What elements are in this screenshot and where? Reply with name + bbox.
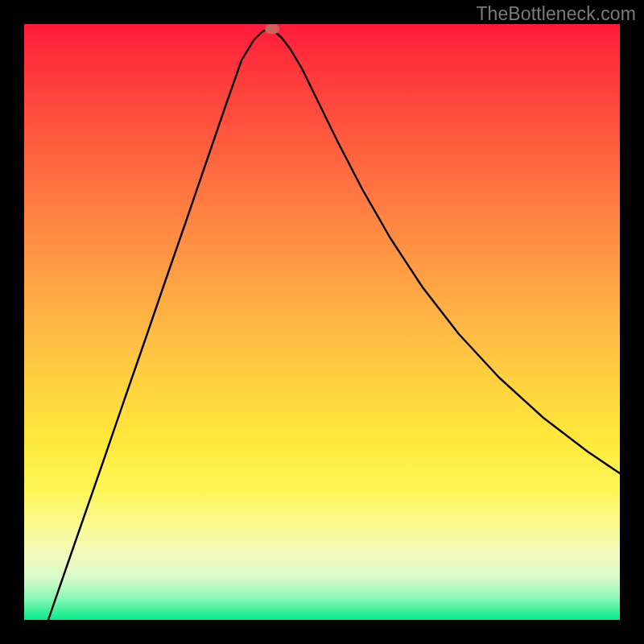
chart-frame: TheBottleneck.com bbox=[0, 0, 644, 644]
minimum-marker bbox=[265, 24, 279, 34]
watermark-text: TheBottleneck.com bbox=[476, 3, 636, 25]
curve-svg bbox=[24, 24, 620, 620]
bottleneck-curve bbox=[48, 30, 620, 620]
plot-area bbox=[24, 24, 620, 620]
